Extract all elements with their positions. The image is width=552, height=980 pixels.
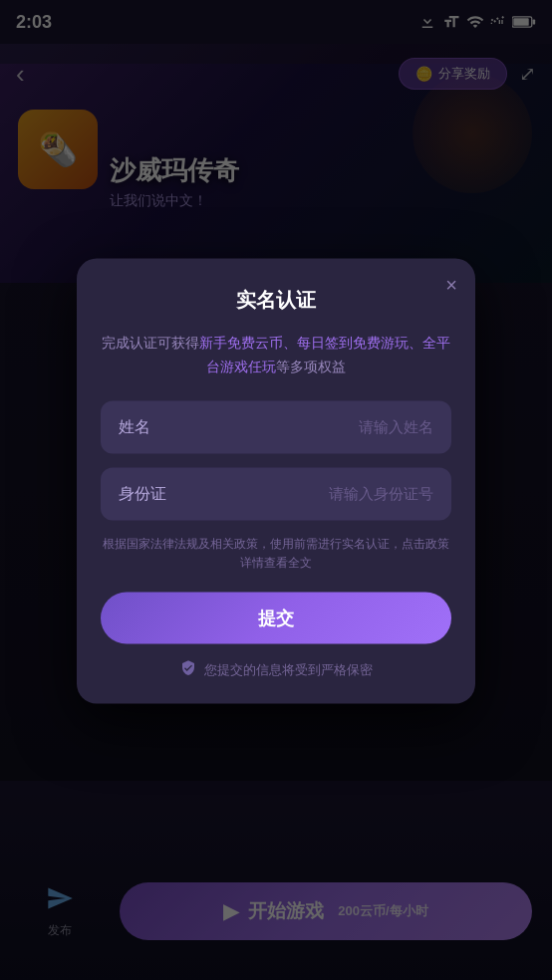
real-name-modal: × 实名认证 完成认证可获得新手免费云币、每日签到免费游玩、全平台游戏任玩等多项…	[77, 259, 475, 704]
shield-icon	[180, 660, 196, 680]
highlight-1: 新手免费云币、	[199, 335, 297, 351]
submit-label: 提交	[258, 607, 294, 630]
security-notice: 您提交的信息将受到严格保密	[101, 660, 451, 680]
id-input-field[interactable]: 身份证 请输入身份证号	[101, 467, 451, 520]
highlight-2: 每日签到免费游玩、	[297, 335, 422, 351]
name-placeholder: 请输入姓名	[359, 417, 433, 436]
modal-close-button[interactable]: ×	[445, 275, 457, 295]
security-text: 您提交的信息将受到严格保密	[204, 661, 373, 679]
id-placeholder: 请输入身份证号	[329, 484, 433, 503]
name-label: 姓名	[119, 416, 178, 437]
submit-button[interactable]: 提交	[101, 593, 451, 644]
privacy-text: 根据国家法律法规及相关政策，使用前需进行实名认证，点击政策详情查看全文	[101, 534, 451, 572]
name-input-field[interactable]: 姓名 请输入姓名	[101, 400, 451, 453]
id-label: 身份证	[119, 483, 178, 504]
modal-title: 实名认证	[101, 287, 451, 314]
modal-description: 完成认证可获得新手免费云币、每日签到免费游玩、全平台游戏任玩等多项权益	[101, 332, 451, 379]
